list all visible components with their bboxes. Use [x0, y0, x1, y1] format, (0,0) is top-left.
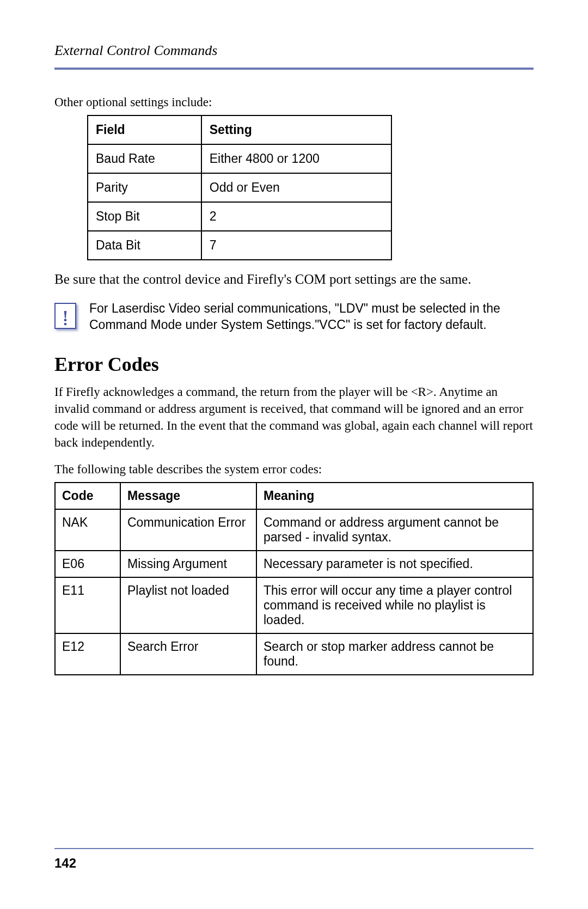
settings-setting: 2 — [201, 202, 391, 231]
table-row: Stop Bit 2 — [88, 202, 391, 231]
table-row: E11 Playlist not loaded This error will … — [55, 577, 533, 633]
error-meaning: This error will occur any time a player … — [256, 577, 533, 633]
error-message: Missing Argument — [120, 551, 256, 577]
running-header: External Control Commands — [54, 42, 534, 59]
settings-field: Parity — [88, 173, 201, 202]
table-header-row: Field Setting — [88, 115, 391, 144]
error-intro: If Firefly acknowledges a command, the r… — [54, 383, 534, 451]
error-meaning: Command or address argument cannot be pa… — [256, 509, 533, 551]
error-meaning: Necessary parameter is not specified. — [256, 551, 533, 577]
page-number: 142 — [54, 856, 76, 871]
table-header-row: Code Message Meaning — [55, 483, 533, 509]
table-row: E06 Missing Argument Necessary parameter… — [55, 551, 533, 577]
settings-table: Field Setting Baud Rate Either 4800 or 1… — [87, 115, 392, 260]
error-code: E12 — [55, 633, 120, 675]
section-heading: Error Codes — [54, 353, 534, 376]
table-row: Parity Odd or Even — [88, 173, 391, 202]
settings-field: Data Bit — [88, 231, 201, 260]
error-message: Communication Error — [120, 509, 256, 551]
table-row: E12 Search Error Search or stop marker a… — [55, 633, 533, 675]
error-header-message: Message — [120, 483, 256, 509]
intro-line: Other optional settings include: — [54, 94, 534, 111]
error-message: Search Error — [120, 633, 256, 675]
settings-setting: 7 — [201, 231, 391, 260]
table-row: Data Bit 7 — [88, 231, 391, 260]
note-block: ! For Laserdisc Video serial communicati… — [54, 301, 534, 333]
table-row: Baud Rate Either 4800 or 1200 — [88, 144, 391, 173]
error-meaning: Search or stop marker address cannot be … — [256, 633, 533, 675]
settings-setting: Either 4800 or 1200 — [201, 144, 391, 173]
settings-field: Baud Rate — [88, 144, 201, 173]
error-header-meaning: Meaning — [256, 483, 533, 509]
settings-setting: Odd or Even — [201, 173, 391, 202]
settings-field: Stop Bit — [88, 202, 201, 231]
header-rule — [54, 68, 534, 70]
footer-rule — [54, 848, 534, 849]
error-table-intro: The following table describes the system… — [54, 461, 534, 478]
error-code: E06 — [55, 551, 120, 577]
settings-header-field: Field — [88, 115, 201, 144]
table-row: NAK Communication Error Command or addre… — [55, 509, 533, 551]
note-text: For Laserdisc Video serial communication… — [89, 301, 534, 333]
error-header-code: Code — [55, 483, 120, 509]
after-settings-text: Be sure that the control device and Fire… — [54, 270, 534, 289]
error-message: Playlist not loaded — [120, 577, 256, 633]
error-code: NAK — [55, 509, 120, 551]
settings-header-setting: Setting — [201, 115, 391, 144]
alert-icon: ! — [54, 303, 76, 329]
error-codes-table: Code Message Meaning NAK Communication E… — [54, 482, 534, 675]
error-code: E11 — [55, 577, 120, 633]
